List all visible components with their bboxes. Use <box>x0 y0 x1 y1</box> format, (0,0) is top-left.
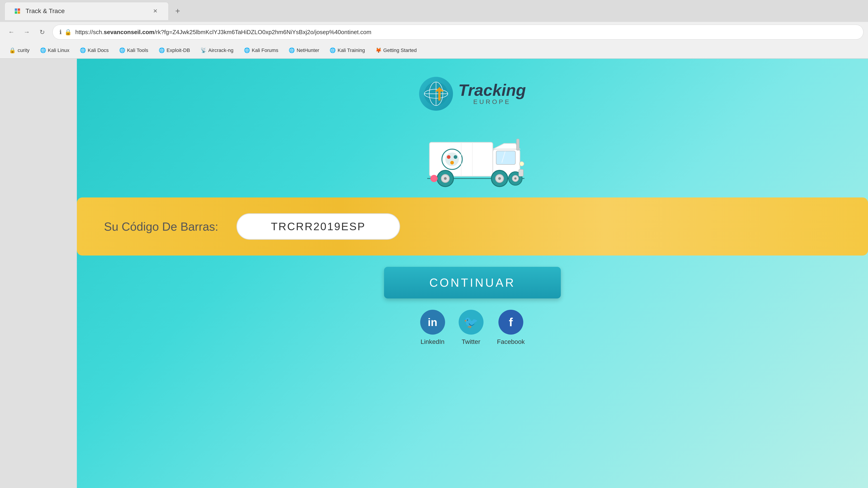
svg-point-24 <box>444 177 447 180</box>
main-layout: Tracking EUROPE <box>0 59 868 488</box>
tab-bar: Track & Trace ✕ + <box>0 0 868 22</box>
tab-title: Track & Trace <box>26 7 65 15</box>
tab-close-button[interactable]: ✕ <box>151 7 159 15</box>
bookmark-wifi-icon: 📡 <box>200 47 207 53</box>
address-bar-row: ← → ↻ ℹ 🔒 https://sch.sevanconseil.com/r… <box>0 22 868 42</box>
twitter-label: Twitter <box>462 338 480 346</box>
nav-buttons: ← → ↻ <box>4 25 49 39</box>
bookmarks-bar: 🔒 curity 🌐 Kali Linux 🌐 Kali Docs 🌐 Kali… <box>0 42 868 59</box>
back-button[interactable]: ← <box>4 25 18 39</box>
bookmark-label: Aircrack-ng <box>209 47 234 53</box>
svg-point-18 <box>454 155 457 159</box>
svg-rect-3 <box>18 11 20 13</box>
svg-point-27 <box>498 177 501 180</box>
twitter-social-item[interactable]: 🐦 Twitter <box>459 310 484 346</box>
forward-button[interactable]: → <box>20 25 33 39</box>
bookmark-nethunter[interactable]: 🌐 NetHunter <box>284 46 324 55</box>
social-section: in LinkedIn 🐦 Twitter f Facebook <box>420 310 525 346</box>
sidebar <box>0 59 77 488</box>
svg-point-19 <box>450 161 454 164</box>
form-panel: Su Código De Barras: <box>77 197 868 256</box>
bookmark-label: Kali Tools <box>127 47 148 53</box>
bookmark-security[interactable]: 🔒 curity <box>4 46 34 55</box>
twitter-icon-text: 🐦 <box>464 315 478 329</box>
svg-rect-1 <box>18 8 20 11</box>
bookmark-aircrack[interactable]: 📡 Aircrack-ng <box>196 46 238 55</box>
bookmark-label: Kali Forums <box>252 47 278 53</box>
info-icon: ℹ <box>59 29 62 36</box>
address-domain: sevanconseil.com <box>104 29 154 35</box>
refresh-button[interactable]: ↻ <box>35 25 49 39</box>
svg-point-32 <box>520 162 524 166</box>
bookmark-label: curity <box>18 47 30 53</box>
twitter-icon[interactable]: 🐦 <box>459 310 484 335</box>
active-tab[interactable]: Track & Trace ✕ <box>4 2 168 20</box>
address-security-icons: ℹ 🔒 <box>59 29 72 36</box>
barcode-input[interactable] <box>237 213 400 240</box>
facebook-social-item[interactable]: f Facebook <box>497 310 525 346</box>
bookmark-exploit-db[interactable]: 🌐 Exploit-DB <box>154 46 195 55</box>
linkedin-icon[interactable]: in <box>420 310 445 335</box>
svg-rect-12 <box>496 151 515 164</box>
svg-rect-0 <box>15 8 17 11</box>
bookmark-globe-icon: 🔒 <box>9 47 16 54</box>
bookmark-kali-tools[interactable]: 🌐 Kali Tools <box>115 46 153 55</box>
facebook-icon[interactable]: f <box>498 310 523 335</box>
bookmark-label: Kali Training <box>338 47 365 53</box>
address-text: https://sch.sevanconseil.com/rk?fg=Z4Jwk… <box>75 29 371 36</box>
facebook-icon-text: f <box>509 315 513 329</box>
logo-text: Tracking EUROPE <box>458 82 526 105</box>
svg-point-30 <box>514 177 517 180</box>
logo-section: Tracking EUROPE <box>419 77 526 111</box>
bookmark-globe-icon: 🌐 <box>40 47 46 53</box>
svg-point-33 <box>430 175 438 182</box>
logo-brand: Tracking <box>458 82 526 98</box>
new-tab-button[interactable]: + <box>171 4 184 18</box>
linkedin-icon-text: in <box>428 316 437 328</box>
bookmark-label: NetHunter <box>297 47 319 53</box>
barcode-label: Su Código De Barras: <box>104 220 218 233</box>
svg-rect-31 <box>519 169 523 176</box>
tab-favicon <box>14 7 21 15</box>
svg-rect-2 <box>15 11 17 13</box>
bookmark-globe-icon: 🌐 <box>80 47 86 53</box>
bookmark-kali-training[interactable]: 🌐 Kali Training <box>325 46 369 55</box>
bookmark-getting-started[interactable]: 🦊 Getting Started <box>371 46 421 55</box>
svg-rect-14 <box>517 139 519 150</box>
bookmark-kali-forums[interactable]: 🌐 Kali Forums <box>239 46 283 55</box>
form-wrapper: Su Código De Barras: <box>77 197 868 256</box>
browser-chrome: Track & Trace ✕ + ← → ↻ ℹ 🔒 https://sch.… <box>0 0 868 59</box>
linkedin-social-item[interactable]: in LinkedIn <box>420 310 445 346</box>
logo-circle <box>419 77 453 111</box>
continuar-button[interactable]: CONTINUAR <box>384 267 561 298</box>
bookmark-kali-linux[interactable]: 🌐 Kali Linux <box>35 46 74 55</box>
bookmark-label: Kali Docs <box>88 47 109 53</box>
address-path: /rk?fg=Z4Jwk25lbmKclYJ3km6TaHiDZLO0xp2hm… <box>154 29 371 35</box>
bookmark-globe-icon: 🌐 <box>159 47 165 53</box>
logo-subtitle: EUROPE <box>458 98 526 105</box>
svg-point-17 <box>447 155 451 159</box>
bookmark-label: Kali Linux <box>48 47 69 53</box>
bookmark-label: Getting Started <box>383 47 417 53</box>
truck-illustration <box>416 124 529 188</box>
page-content: Tracking EUROPE <box>77 59 868 488</box>
bookmark-firefox-icon: 🦊 <box>375 47 381 53</box>
bookmark-globe-icon: 🌐 <box>119 47 125 53</box>
bookmark-globe-icon: 🌐 <box>330 47 336 53</box>
facebook-label: Facebook <box>497 338 525 346</box>
bookmark-globe-icon: 🌐 <box>289 47 295 53</box>
linkedin-label: LinkedIn <box>421 338 445 346</box>
lock-icon: 🔒 <box>64 29 72 36</box>
address-box[interactable]: ℹ 🔒 https://sch.sevanconseil.com/rk?fg=Z… <box>53 25 864 39</box>
bookmark-globe-icon: 🌐 <box>244 47 250 53</box>
bookmark-kali-docs[interactable]: 🌐 Kali Docs <box>75 46 113 55</box>
bookmark-label: Exploit-DB <box>166 47 190 53</box>
